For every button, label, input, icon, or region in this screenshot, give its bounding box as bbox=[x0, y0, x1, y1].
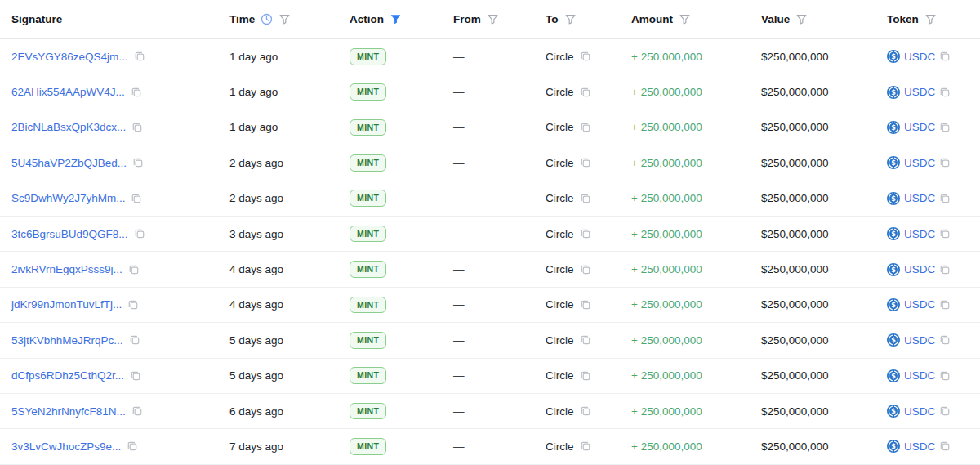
time-value: 2 days ago bbox=[229, 157, 283, 169]
time-value: 1 day ago bbox=[229, 121, 278, 133]
signature-link[interactable]: 2EVsYGY86zeQS4jm... bbox=[11, 51, 128, 63]
signature-link[interactable]: 62AHix554AApWV4J... bbox=[11, 86, 125, 98]
token-link[interactable]: USDC bbox=[904, 86, 935, 98]
signature-link[interactable]: 2ivkRVrnEgqxPsss9j... bbox=[11, 263, 122, 275]
signature-link[interactable]: Sc9DwhWy2J7yhMm... bbox=[11, 192, 125, 204]
token-cell: USDC bbox=[887, 192, 980, 205]
usdc-token-icon bbox=[887, 227, 900, 240]
action-badge: MINT bbox=[350, 154, 386, 172]
filter-icon[interactable] bbox=[278, 13, 291, 25]
token-link[interactable]: USDC bbox=[904, 263, 935, 275]
signature-link[interactable]: dCfps6RDhz5CthQ2r... bbox=[11, 369, 124, 382]
signature-cell: 3v3LvCwJhocZPs9e... bbox=[11, 440, 229, 453]
token-link[interactable]: USDC bbox=[904, 298, 935, 311]
action-cell: MINT bbox=[350, 119, 453, 136]
time-cell: 3 days ago bbox=[229, 228, 350, 240]
copy-icon[interactable] bbox=[131, 87, 142, 98]
copy-icon[interactable] bbox=[580, 157, 591, 168]
signature-link[interactable]: 3v3LvCwJhocZPs9e... bbox=[11, 440, 121, 453]
from-value: — bbox=[453, 334, 464, 347]
copy-icon[interactable] bbox=[939, 157, 951, 168]
table-row: 2BicNLaBsxQpK3dcx... 1 day ago MINT — Ci… bbox=[0, 110, 980, 145]
from-value: — bbox=[453, 440, 464, 453]
token-link[interactable]: USDC bbox=[904, 51, 935, 63]
token-link[interactable]: USDC bbox=[904, 121, 935, 133]
copy-icon[interactable] bbox=[134, 51, 145, 62]
to-cell: Circle bbox=[546, 121, 631, 133]
filter-icon[interactable] bbox=[679, 13, 691, 25]
copy-icon[interactable] bbox=[127, 299, 139, 311]
action-cell: MINT bbox=[350, 332, 453, 349]
filter-icon[interactable] bbox=[487, 13, 499, 25]
copy-icon[interactable] bbox=[939, 122, 951, 133]
filter-icon[interactable] bbox=[795, 13, 808, 25]
token-link[interactable]: USDC bbox=[904, 157, 935, 169]
copy-icon[interactable] bbox=[939, 440, 951, 452]
copy-icon[interactable] bbox=[580, 122, 591, 133]
to-cell: Circle bbox=[546, 51, 631, 63]
copy-icon[interactable] bbox=[939, 264, 951, 275]
column-label: Token bbox=[887, 13, 919, 25]
copy-icon[interactable] bbox=[939, 228, 951, 239]
copy-icon[interactable] bbox=[580, 87, 591, 98]
token-cell: USDC bbox=[887, 440, 980, 453]
copy-icon[interactable] bbox=[134, 228, 145, 239]
copy-icon[interactable] bbox=[131, 193, 142, 204]
copy-icon[interactable] bbox=[580, 228, 591, 239]
copy-icon[interactable] bbox=[580, 299, 591, 311]
token-link[interactable]: USDC bbox=[904, 405, 935, 418]
action-cell: MINT bbox=[350, 367, 453, 384]
filter-icon[interactable] bbox=[564, 13, 577, 25]
value-cell: $250,000,000 bbox=[761, 298, 887, 311]
time-cell: 4 days ago bbox=[229, 263, 350, 275]
copy-icon[interactable] bbox=[580, 405, 591, 417]
copy-icon[interactable] bbox=[580, 51, 591, 62]
signature-link[interactable]: 3tc6BgrsuBUd9QGF8... bbox=[11, 228, 128, 240]
copy-icon[interactable] bbox=[939, 405, 951, 417]
copy-icon[interactable] bbox=[132, 157, 144, 168]
usdc-token-icon bbox=[887, 86, 900, 99]
copy-icon[interactable] bbox=[129, 334, 140, 346]
signature-link[interactable]: 5U45haVP2ZbQJBed... bbox=[11, 157, 127, 169]
copy-icon[interactable] bbox=[580, 264, 591, 275]
copy-icon[interactable] bbox=[131, 405, 143, 417]
copy-icon[interactable] bbox=[128, 264, 140, 275]
action-cell: MINT bbox=[350, 154, 453, 172]
copy-icon[interactable] bbox=[939, 193, 951, 204]
copy-icon[interactable] bbox=[131, 122, 143, 133]
amount-cell: + 250,000,000 bbox=[631, 369, 761, 382]
signature-link[interactable]: jdKr99nJmonTuvLfTj... bbox=[11, 298, 122, 311]
amount-value: + 250,000,000 bbox=[631, 405, 702, 418]
copy-icon[interactable] bbox=[127, 440, 138, 452]
token-link[interactable]: USDC bbox=[904, 228, 935, 240]
signature-link[interactable]: 2BicNLaBsxQpK3dcx... bbox=[11, 121, 126, 133]
action-cell: MINT bbox=[350, 403, 453, 420]
amount-cell: + 250,000,000 bbox=[631, 298, 761, 311]
copy-icon[interactable] bbox=[580, 440, 591, 452]
column-header-from: From bbox=[453, 13, 546, 25]
copy-icon[interactable] bbox=[939, 299, 951, 311]
value-cell: $250,000,000 bbox=[761, 369, 887, 382]
table-row: jdKr99nJmonTuvLfTj... 4 days ago MINT — … bbox=[0, 288, 980, 323]
table-body: 2EVsYGY86zeQS4jm... 1 day ago MINT — Cir… bbox=[0, 39, 980, 465]
value-amount: $250,000,000 bbox=[761, 192, 829, 204]
clock-icon[interactable] bbox=[261, 13, 273, 25]
amount-value: + 250,000,000 bbox=[631, 440, 702, 453]
filter-icon-active[interactable] bbox=[390, 13, 402, 25]
copy-icon[interactable] bbox=[580, 193, 591, 204]
filter-icon[interactable] bbox=[924, 13, 937, 25]
copy-icon[interactable] bbox=[580, 334, 591, 346]
copy-icon[interactable] bbox=[939, 334, 951, 346]
token-link[interactable]: USDC bbox=[904, 440, 935, 453]
token-link[interactable]: USDC bbox=[904, 334, 935, 347]
signature-link[interactable]: 53jtKVbhhMeJRrqPc... bbox=[11, 334, 123, 347]
copy-icon[interactable] bbox=[130, 370, 141, 382]
token-link[interactable]: USDC bbox=[904, 369, 935, 382]
token-cell: USDC bbox=[887, 86, 980, 99]
token-link[interactable]: USDC bbox=[904, 192, 935, 204]
copy-icon[interactable] bbox=[939, 51, 951, 62]
signature-link[interactable]: 5SYeN2hrNnyfcF81N... bbox=[11, 405, 126, 418]
copy-icon[interactable] bbox=[939, 370, 951, 382]
copy-icon[interactable] bbox=[939, 87, 951, 98]
copy-icon[interactable] bbox=[580, 370, 591, 382]
